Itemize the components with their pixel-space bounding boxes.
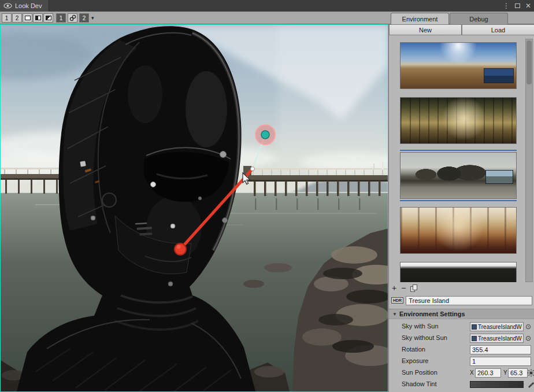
side-by-side-view-button[interactable] (23, 13, 32, 23)
render-viewport[interactable] (0, 24, 388, 392)
exposure-label: Exposure (402, 357, 428, 364)
new-button[interactable]: New (389, 24, 462, 35)
title-bar: Look Dev ⋮ ✕ (0, 0, 534, 12)
eyedropper-icon[interactable] (527, 380, 534, 388)
sun-handle[interactable] (175, 243, 186, 255)
gizmo-top-handle[interactable] (261, 131, 269, 139)
sun-y-field[interactable]: 65.3 (508, 368, 528, 378)
texture-icon (472, 336, 477, 341)
eye-icon (3, 3, 12, 9)
environment-panel: New Load + − HDR Tresure Island ▼ Enviro… (388, 24, 534, 392)
split-view-button[interactable] (33, 13, 43, 23)
rotation-label: Rotation (402, 346, 425, 353)
env-thumbnail-dark-night[interactable] (400, 262, 517, 282)
lookdev-render[interactable] (1, 25, 388, 391)
add-environment-button[interactable]: + (392, 284, 396, 292)
link-environments-button[interactable] (68, 13, 77, 23)
duplicate-environment-icon[interactable] (410, 284, 418, 292)
row-shadow-tint: Shadow Tint (389, 379, 534, 390)
row-rotation: Rotation 355.4 (389, 344, 534, 356)
sky-without-sun-label: Sky without Sun (402, 334, 447, 341)
lookdev-toolbar: 1 2 1 2 ▾ Environment Debug (0, 12, 534, 24)
foldout-icon[interactable]: ▼ (392, 312, 397, 317)
toolbar-dropdown-icon[interactable]: ▾ (91, 15, 94, 21)
environment-settings-title: Environment Settings (399, 310, 465, 317)
env-thumbnail-treasure-island-selected[interactable] (400, 152, 517, 199)
thumbnail-scrollbar[interactable] (525, 39, 533, 282)
row-sun-position: Sun Position X 260.3 Y 65.3 (389, 367, 534, 379)
environment-name-field[interactable]: Tresure Island (406, 296, 532, 305)
shadow-tint-swatch[interactable] (470, 381, 524, 388)
sky-without-sun-field[interactable]: TreasureIslandWh (470, 334, 524, 343)
row-sky-with-sun: Sky with Sun TreasureIslandWh ⊙ (389, 321, 534, 332)
rotation-field[interactable]: 355.4 (470, 345, 531, 354)
env-thumbnail-inset (485, 170, 513, 184)
window-tab-lookdev[interactable]: Look Dev (0, 0, 49, 12)
environment-thumbnail-list (400, 39, 517, 282)
shadow-tint-label: Shadow Tint (402, 380, 437, 387)
env-thumbnail-sunny-sky-desert[interactable] (400, 42, 517, 89)
split-view-icon (35, 16, 41, 20)
environment-settings-header[interactable]: ▼ Environment Settings (389, 309, 534, 319)
sun-position-label: Sun Position (402, 369, 437, 376)
kebab-menu-icon[interactable]: ⋮ (503, 2, 510, 10)
window-title: Look Dev (15, 2, 42, 9)
environment-1-button[interactable]: 1 (56, 13, 66, 23)
remove-environment-button[interactable]: − (401, 284, 406, 292)
sun-x-field[interactable]: 260.3 (475, 368, 501, 378)
env-thumbnail-inset (484, 68, 514, 83)
view-mode-2-button[interactable]: 2 (12, 13, 22, 23)
link-icon (69, 14, 76, 21)
sun-handle-highlight (177, 245, 181, 249)
sun-x-label: X (470, 369, 474, 376)
environment-2-button[interactable]: 2 (79, 13, 89, 23)
zone-view-button[interactable] (43, 13, 53, 23)
environment-name-row: HDR Tresure Island (391, 295, 532, 305)
maximize-icon[interactable] (515, 3, 520, 8)
object-picker-icon[interactable]: ⊙ (525, 334, 531, 343)
hdr-badge: HDR (391, 297, 403, 304)
tab-environment[interactable]: Environment (391, 13, 449, 24)
library-actions: New Load (389, 24, 534, 35)
row-exposure: Exposure 1 (389, 356, 534, 367)
env-thumbnail-ballroom-interior[interactable] (400, 207, 517, 254)
list-controls: + − (392, 283, 418, 293)
sky-with-sun-value: TreasureIslandWh (478, 324, 522, 330)
env-thumbnail-forest[interactable] (400, 97, 517, 144)
lookdev-window: Look Dev ⋮ ✕ 1 2 1 2 ▾ Environment Debug (0, 0, 534, 392)
view-mode-1-button[interactable]: 1 (2, 13, 12, 23)
sky-without-sun-value: TreasureIslandWh (478, 335, 522, 342)
sky-with-sun-field[interactable]: TreasureIslandWh (470, 322, 524, 331)
tab-debug[interactable]: Debug (450, 13, 508, 24)
texture-icon (472, 324, 477, 330)
exposure-field[interactable]: 1 (470, 357, 531, 366)
sun-pick-icon[interactable] (527, 369, 534, 377)
row-sky-without-sun: Sky without Sun TreasureIslandWh ⊙ (389, 332, 534, 344)
side-by-side-icon (25, 16, 31, 20)
gizmo-mid-handle[interactable] (251, 167, 255, 171)
scrollbar-thumb[interactable] (526, 40, 532, 84)
sky-with-sun-label: Sky with Sun (402, 323, 439, 330)
close-icon[interactable]: ✕ (525, 2, 531, 10)
load-button[interactable]: Load (462, 24, 534, 35)
window-controls: ⋮ ✕ (503, 0, 531, 12)
zone-view-icon (46, 16, 51, 20)
sun-y-label: Y (503, 369, 507, 376)
object-picker-icon[interactable]: ⊙ (525, 322, 531, 331)
